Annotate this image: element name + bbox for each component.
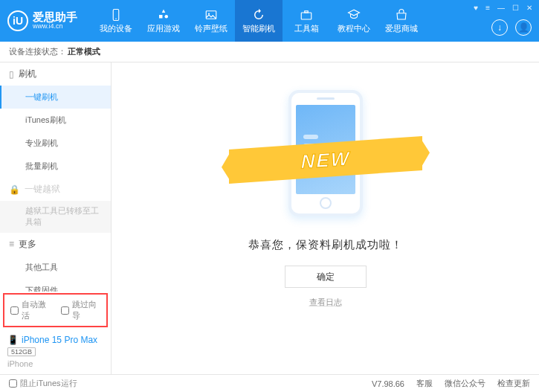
auto-activate-checkbox[interactable]: 自动激活: [10, 299, 51, 321]
skip-guide-checkbox[interactable]: 跳过向导: [61, 299, 101, 321]
nav-toolbox[interactable]: 工具箱: [283, 0, 330, 42]
sidebar-item-itunes-flash[interactable]: iTunes刷机: [0, 109, 111, 132]
store-icon: [395, 8, 408, 22]
sidebar-item-jailbreak-moved: 越狱工具已转移至工具箱: [0, 201, 111, 233]
nav-smart-flash[interactable]: 智能刷机: [235, 0, 283, 42]
nav-tutorials[interactable]: 教程中心: [330, 0, 378, 42]
logo-icon: iU: [7, 10, 28, 31]
new-ribbon: NEW: [229, 136, 422, 184]
version-label: V7.98.66: [372, 379, 404, 388]
device-name[interactable]: 📱 iPhone 15 Pro Max: [7, 335, 103, 345]
activation-options-box: 自动激活 跳过向导: [3, 293, 108, 327]
more-icon: ≡: [9, 239, 14, 249]
svg-rect-7: [305, 10, 309, 12]
sidebar-item-pro-flash[interactable]: 专业刷机: [0, 132, 111, 155]
device-storage-badge: 512GB: [7, 347, 36, 356]
footer: 阻止iTunes运行 V7.98.66 客服 微信公众号 检查更新: [0, 374, 539, 392]
svg-rect-6: [301, 13, 312, 19]
device-info: 📱 iPhone 15 Pro Max 512GB iPhone: [0, 332, 111, 374]
sidebar: ▯ 刷机 一键刷机 iTunes刷机 专业刷机 批量刷机 🔒 一键越狱 越狱工具…: [0, 62, 112, 374]
sidebar-section-flash[interactable]: ▯ 刷机: [0, 62, 111, 86]
svg-rect-2: [159, 15, 163, 19]
view-log-link[interactable]: 查看日志: [309, 297, 342, 308]
svg-point-3: [165, 15, 169, 19]
nav-apps-games[interactable]: 应用游戏: [140, 0, 187, 42]
main-panel: NEW 恭喜您，保资料刷机成功啦！ 确定 查看日志: [112, 62, 539, 374]
app-header: iU 爱思助手 www.i4.cn 我的设备 应用游戏 铃声壁纸 智能刷机 工具…: [0, 0, 539, 42]
user-button[interactable]: 👤: [515, 19, 532, 36]
close-icon[interactable]: ✕: [524, 3, 535, 13]
sidebar-section-more[interactable]: ≡ 更多: [0, 233, 111, 256]
device-icon: ▯: [9, 69, 14, 80]
sidebar-item-download-firmware[interactable]: 下载固件: [0, 279, 111, 292]
sidebar-item-oneclick-flash[interactable]: 一键刷机: [0, 86, 111, 109]
block-itunes-checkbox[interactable]: 阻止iTunes运行: [9, 378, 77, 389]
app-subtitle: www.i4.cn: [33, 23, 77, 30]
sidebar-section-jailbreak: 🔒 一键越狱: [0, 178, 111, 201]
download-button[interactable]: ↓: [491, 19, 508, 36]
nav-store[interactable]: 爱思商城: [378, 0, 425, 42]
toolbox-icon: [300, 8, 313, 22]
image-icon: [204, 8, 218, 22]
graduation-icon: [347, 8, 361, 22]
logo-area: iU 爱思助手 www.i4.cn: [7, 10, 77, 31]
refresh-icon: [252, 8, 265, 22]
app-title: 爱思助手: [33, 11, 77, 24]
footer-wechat-link[interactable]: 微信公众号: [445, 378, 485, 389]
sidebar-item-other-tools[interactable]: 其他工具: [0, 256, 111, 279]
status-value: 正常模式: [68, 46, 100, 57]
maximize-icon[interactable]: ☐: [510, 3, 521, 13]
footer-support-link[interactable]: 客服: [416, 378, 433, 389]
success-illustration: NEW: [251, 86, 400, 220]
window-settings-icon[interactable]: ≡: [483, 3, 492, 13]
success-message: 恭喜您，保资料刷机成功啦！: [248, 238, 403, 252]
svg-point-1: [115, 18, 117, 19]
nav-my-device[interactable]: 我的设备: [92, 0, 140, 42]
lock-icon: 🔒: [9, 184, 20, 195]
nav-ringtone-wallpaper[interactable]: 铃声壁纸: [187, 0, 235, 42]
window-menu-icon[interactable]: ♥: [471, 3, 480, 13]
footer-check-update-link[interactable]: 检查更新: [497, 378, 530, 389]
status-prefix: 设备连接状态：: [9, 46, 66, 57]
minimize-icon[interactable]: —: [495, 3, 507, 13]
apps-icon: [157, 8, 170, 22]
device-type: iPhone: [7, 359, 103, 368]
status-bar: 设备连接状态： 正常模式: [0, 42, 539, 62]
phone-small-icon: 📱: [7, 335, 19, 345]
phone-icon: [109, 8, 123, 22]
sidebar-item-batch-flash[interactable]: 批量刷机: [0, 155, 111, 178]
ok-button[interactable]: 确定: [285, 266, 367, 288]
top-nav: 我的设备 应用游戏 铃声壁纸 智能刷机 工具箱 教程中心 爱思商城: [92, 0, 425, 42]
